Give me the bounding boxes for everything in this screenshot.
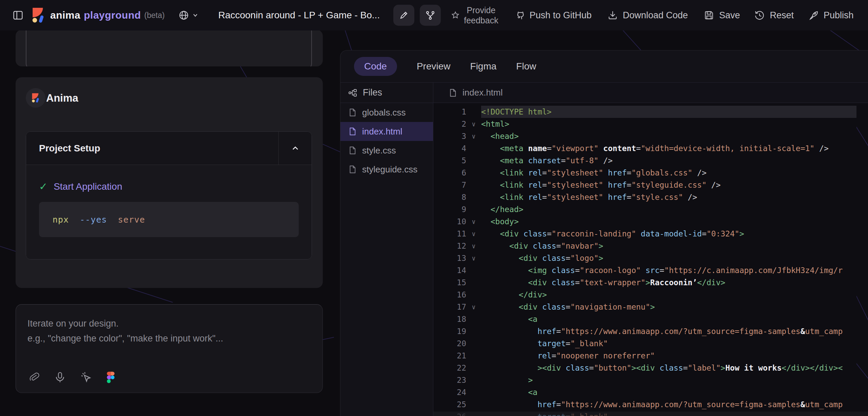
fold-chevron-icon[interactable]: ∨ bbox=[466, 240, 481, 252]
github-icon bbox=[514, 10, 525, 21]
file-item-style.css[interactable]: style.css bbox=[340, 141, 433, 160]
code-line[interactable]: 10∨ <body> bbox=[433, 215, 868, 228]
file-item-styleguide.css[interactable]: styleguide.css bbox=[340, 160, 433, 179]
code-lines: 1<!DOCTYPE html>2∨<html>3∨ <head>4 <meta… bbox=[433, 106, 868, 416]
fold-gutter bbox=[466, 179, 481, 191]
line-number: 23 bbox=[433, 374, 466, 386]
code-line-content: <div class="navigation-menu"> bbox=[481, 301, 856, 313]
tab-code[interactable]: Code bbox=[354, 57, 397, 76]
avatar bbox=[26, 88, 45, 108]
line-number: 8 bbox=[433, 191, 466, 203]
push-to-github-button[interactable]: Push to GitHub bbox=[514, 10, 592, 21]
line-number: 18 bbox=[433, 313, 466, 325]
file-name: styleguide.css bbox=[362, 164, 417, 175]
project-setup-title: Project Setup bbox=[26, 132, 278, 165]
chevron-up-icon bbox=[291, 144, 300, 153]
line-number: 21 bbox=[433, 350, 466, 362]
editor-filename: index.html bbox=[462, 87, 503, 98]
line-number: 16 bbox=[433, 289, 466, 301]
fold-gutter bbox=[466, 386, 481, 398]
line-number: 6 bbox=[433, 167, 466, 179]
code-line[interactable]: 23 > bbox=[433, 374, 868, 386]
language-selector[interactable] bbox=[178, 10, 199, 21]
git-branch-icon bbox=[425, 10, 435, 20]
code-line-content: href="https://www.animaapp.com/?utm_sour… bbox=[481, 398, 856, 411]
sidebar-toggle-icon[interactable] bbox=[12, 9, 24, 21]
code-line[interactable]: 11∨ <div class="racconin-landing" data-m… bbox=[433, 228, 868, 240]
code-line[interactable]: 22 ><div class="button"><div class="labe… bbox=[433, 362, 868, 374]
brand[interactable]: anima playground (beta) bbox=[31, 7, 165, 23]
code-line[interactable]: 6 <link rel="stylesheet" href="globals.c… bbox=[433, 167, 868, 179]
tab-figma[interactable]: Figma bbox=[470, 57, 497, 76]
assistant-card: Anima Project Setup ✓ Start Application … bbox=[16, 77, 323, 288]
code-line-content: <img class="racoon-logo" src="https://c.… bbox=[481, 264, 856, 276]
fold-gutter bbox=[466, 276, 481, 289]
chat-input-placeholder[interactable]: Iterate on your design. e.g., "change th… bbox=[27, 316, 223, 346]
chat-input-card[interactable]: Iterate on your design. e.g., "change th… bbox=[16, 304, 323, 393]
line-number: 2 bbox=[433, 118, 466, 130]
tab-preview[interactable]: Preview bbox=[417, 57, 451, 76]
code-line[interactable]: 8 <link rel="stylesheet" href="style.css… bbox=[433, 191, 868, 203]
download-icon bbox=[607, 10, 618, 21]
fold-chevron-icon[interactable]: ∨ bbox=[466, 130, 481, 142]
project-setup-header[interactable]: Project Setup bbox=[26, 132, 312, 165]
download-code-button[interactable]: Download Code bbox=[607, 10, 688, 21]
fold-chevron-icon[interactable]: ∨ bbox=[466, 215, 481, 228]
fold-chevron-icon[interactable]: ∨ bbox=[466, 118, 481, 130]
tab-flow[interactable]: Flow bbox=[516, 57, 536, 76]
publish-button[interactable]: Publish bbox=[808, 10, 854, 21]
version-history-button[interactable] bbox=[420, 5, 441, 26]
code-line[interactable]: 21 rel="noopener noreferrer" bbox=[433, 350, 868, 362]
code-line[interactable]: 16 </div> bbox=[433, 289, 868, 301]
flow-tree-icon bbox=[348, 88, 357, 98]
fold-gutter bbox=[466, 362, 481, 374]
code-line[interactable]: 19 href="https://www.animaapp.com/?utm_s… bbox=[433, 325, 868, 337]
fold-gutter bbox=[466, 398, 481, 411]
fold-chevron-icon[interactable]: ∨ bbox=[466, 252, 481, 264]
attach-file-button[interactable] bbox=[28, 371, 40, 383]
fold-chevron-icon[interactable]: ∨ bbox=[466, 228, 481, 240]
code-line-content: <link rel="stylesheet" href="style.css" … bbox=[481, 191, 856, 203]
code-line-content: <div class="logo"> bbox=[481, 252, 856, 264]
code-editor: index.html 1<!DOCTYPE html>2∨<html>3∨ <h… bbox=[433, 83, 868, 416]
figma-logo-icon[interactable] bbox=[106, 371, 115, 384]
top-bar: anima playground (beta) Raccoonin around… bbox=[0, 0, 868, 30]
code-line[interactable]: 9 </head> bbox=[433, 203, 868, 215]
code-line[interactable]: 7 <link rel="stylesheet" href="styleguid… bbox=[433, 179, 868, 191]
code-area[interactable]: 1<!DOCTYPE html>2∨<html>3∨ <head>4 <meta… bbox=[433, 103, 868, 416]
code-line[interactable]: 18 <a bbox=[433, 313, 868, 325]
collapse-section-button[interactable] bbox=[278, 132, 312, 165]
code-line[interactable]: 15 <div class="text-wrapper">Raccoonin’<… bbox=[433, 276, 868, 289]
edit-title-button[interactable] bbox=[393, 5, 414, 26]
code-line[interactable]: 5 <meta charset="utf-8" /> bbox=[433, 154, 868, 167]
reset-button[interactable]: Reset bbox=[754, 10, 794, 21]
editor-file-header[interactable]: index.html bbox=[433, 83, 868, 103]
fold-chevron-icon[interactable]: ∨ bbox=[466, 301, 481, 313]
code-line[interactable]: 2∨<html> bbox=[433, 118, 868, 130]
code-line[interactable]: 1<!DOCTYPE html> bbox=[433, 106, 868, 118]
code-line[interactable]: 4 <meta name="viewport" content="width=d… bbox=[433, 142, 868, 154]
code-line[interactable]: 17∨ <div class="navigation-menu"> bbox=[433, 301, 868, 313]
code-line[interactable]: 12∨ <div class="navbar"> bbox=[433, 240, 868, 252]
code-line[interactable]: 13∨ <div class="logo"> bbox=[433, 252, 868, 264]
file-item-index.html[interactable]: index.html bbox=[340, 122, 433, 141]
provide-feedback-link[interactable]: Providefeedback bbox=[451, 5, 498, 25]
save-icon bbox=[704, 10, 714, 21]
code-line[interactable]: 14 <img class="racoon-logo" src="https:/… bbox=[433, 264, 868, 276]
code-line[interactable]: 20 target="_blank" bbox=[433, 337, 868, 350]
line-number: 14 bbox=[433, 264, 466, 276]
terminal-command-block[interactable]: npx --yes serve bbox=[39, 202, 299, 237]
code-line[interactable]: 25 href="https://www.animaapp.com/?utm_s… bbox=[433, 398, 868, 411]
star-icon bbox=[451, 11, 460, 20]
save-button[interactable]: Save bbox=[704, 10, 740, 21]
code-line-content: <link rel="stylesheet" href="styleguide.… bbox=[481, 179, 856, 191]
code-line[interactable]: 3∨ <head> bbox=[433, 130, 868, 142]
code-line-content: </head> bbox=[481, 203, 856, 215]
fold-gutter bbox=[466, 142, 481, 154]
cursor-click-button[interactable] bbox=[80, 371, 93, 384]
code-line[interactable]: 24 <a bbox=[433, 386, 868, 398]
project-title[interactable]: Raccoonin around - LP + Game - Bo... bbox=[218, 10, 380, 21]
microphone-button[interactable] bbox=[54, 371, 66, 383]
file-item-globals.css[interactable]: globals.css bbox=[340, 103, 433, 122]
horizontal-scrollbar[interactable] bbox=[433, 412, 868, 416]
